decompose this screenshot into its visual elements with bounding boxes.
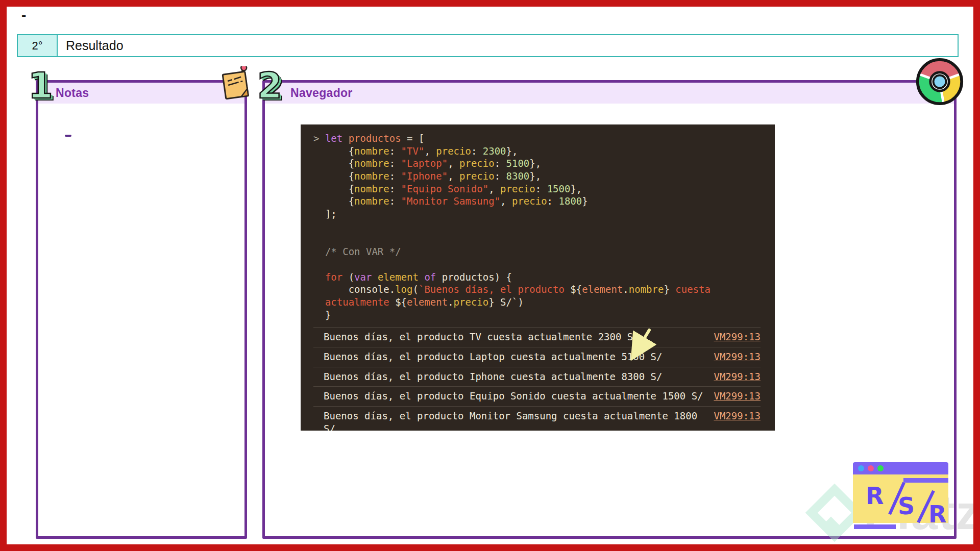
devtools-console[interactable]: > let productos = [ {nombre: "TV", preci… (301, 124, 775, 431)
browser-panel-title: Navegador (290, 86, 353, 100)
section-number-1-badge: 1 (28, 68, 53, 104)
svg-text:R: R (866, 482, 884, 510)
console-code-line: actualmente ${element.precio} S/`) (313, 296, 761, 309)
notes-panel-title: Notas (56, 86, 89, 100)
sticky-note-icon (218, 66, 252, 102)
browser-panel-header: Navegador (265, 83, 954, 104)
console-log-message: Buenos días, el producto Equipo Sonido c… (324, 390, 707, 403)
console-log-row: Buenos días, el producto Iphone cuesta a… (313, 367, 761, 387)
console-code-line: {nombre: "Monitor Samsung", precio: 1800… (313, 195, 761, 208)
notebook-page: - 2° Resultado Notas Navegador > let pro… (0, 0, 980, 551)
console-code-line (313, 233, 761, 246)
rsr-letters: R S R (853, 474, 948, 523)
console-code-line: for (var element of productos) { (313, 271, 761, 284)
rsr-logo-titlebar (853, 462, 948, 474)
console-log-message: Buenos días, el producto Iphone cuesta a… (324, 370, 707, 383)
rsr-decor-line-bottom (854, 524, 896, 529)
console-log-message: Buenos días, el producto Monitor Samsung… (324, 410, 707, 431)
console-source-link[interactable]: VM299:13 (714, 390, 761, 403)
console-log-row: Buenos días, el producto TV cuesta actua… (313, 327, 761, 347)
console-code-line: {nombre: "Iphone", precio: 8300}, (313, 170, 761, 183)
header-bar: 2° Resultado (17, 34, 959, 57)
console-code: > let productos = [ {nombre: "TV", preci… (313, 132, 761, 321)
console-log-row: Buenos días, el producto Monitor Samsung… (313, 406, 761, 431)
console-code-line: ]; (313, 208, 761, 220)
window-dot-green (877, 465, 884, 471)
console-code-line: } (313, 309, 761, 321)
console-code-line (313, 220, 761, 233)
console-code-line: {nombre: "Laptop", precio: 5100}, (313, 157, 761, 170)
console-log-row: Buenos días, el producto Laptop cuesta a… (313, 347, 761, 367)
browser-panel: Navegador > let productos = [ {nombre: "… (262, 80, 957, 539)
console-source-link[interactable]: VM299:13 (714, 410, 761, 422)
window-dot-blue (858, 465, 864, 471)
console-source-link[interactable]: VM299:13 (714, 331, 761, 343)
section-number-2-badge: 2 (257, 68, 282, 104)
console-source-link[interactable]: VM299:13 (714, 350, 761, 363)
header-index-cell: 2° (17, 34, 58, 57)
console-code-line (313, 258, 761, 271)
console-output: Buenos días, el producto TV cuesta actua… (313, 327, 761, 431)
svg-text:S: S (898, 492, 915, 520)
console-code-line: {nombre: "TV", precio: 2300}, (313, 145, 761, 158)
svg-text:R: R (928, 500, 946, 523)
console-code-line: /* Con VAR */ (313, 245, 761, 258)
rsr-logo-body: R S R (853, 474, 948, 523)
annotation-arrow (622, 322, 663, 363)
header-title-cell: Resultado (58, 34, 959, 57)
rsr-logo: R S R (853, 462, 948, 523)
corner-dash: - (21, 7, 26, 23)
note-placeholder-dash (65, 135, 71, 137)
console-source-link[interactable]: VM299:13 (714, 370, 761, 383)
notes-panel: Notas (36, 80, 247, 539)
notes-panel-header: Notas (38, 83, 244, 104)
chrome-icon (915, 57, 964, 106)
console-code-line: console.log(`Buenos días, el producto ${… (313, 283, 761, 296)
console-code-line: {nombre: "Equipo Sonido", precio: 1500}, (313, 183, 761, 195)
console-code-line: > let productos = [ (313, 132, 761, 145)
console-log-row: Buenos días, el producto Equipo Sonido c… (313, 386, 761, 406)
window-dot-pink (868, 465, 874, 471)
